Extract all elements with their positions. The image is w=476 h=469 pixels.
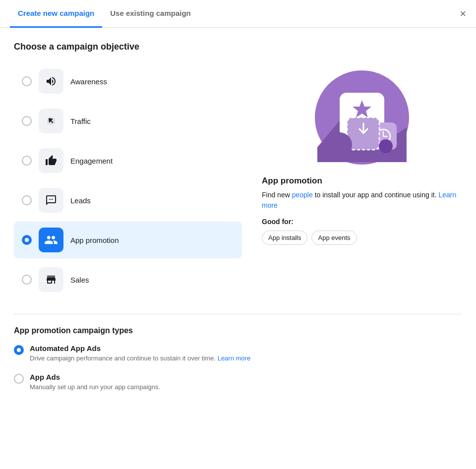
automated-app-ads-desc: Drive campaign performance and continue …	[30, 354, 250, 363]
preview-desc-after: to install your app and continue using i…	[313, 191, 437, 199]
section-title: Choose a campaign objective	[14, 42, 462, 52]
svg-point-12	[379, 139, 393, 153]
leads-icon	[45, 194, 57, 206]
app-promotion-icon-box	[39, 228, 63, 252]
engagement-icon-box	[39, 148, 63, 173]
app-ads-info: App Ads Manually set up and run your app…	[30, 373, 160, 392]
automated-learn-more-link[interactable]: Learn more	[218, 354, 250, 362]
traffic-label: Traffic	[70, 117, 91, 125]
svg-point-1	[51, 199, 52, 200]
radio-traffic[interactable]	[22, 116, 32, 126]
automated-app-ads-info: Automated App Ads Drive campaign perform…	[30, 344, 250, 363]
automated-app-ads-name: Automated App Ads	[30, 344, 250, 352]
campaign-types-section: App promotion campaign types Automated A…	[14, 314, 462, 392]
radio-app-ads[interactable]	[14, 374, 24, 384]
sales-icon	[45, 274, 57, 286]
engagement-label: Engagement	[70, 157, 113, 165]
tags-container: App installs App events	[262, 231, 357, 245]
app-promotion-icon	[44, 233, 58, 247]
radio-sales[interactable]	[22, 275, 32, 285]
sales-icon-box	[39, 267, 63, 292]
radio-app-promotion[interactable]	[22, 235, 32, 245]
radio-automated-app-ads[interactable]	[14, 345, 24, 355]
preview-title: App promotion	[262, 176, 322, 186]
main-layout: Awareness Traffic	[14, 63, 462, 298]
tag-app-installs: App installs	[262, 231, 307, 245]
tab-use-existing[interactable]: Use existing campaign	[102, 0, 199, 28]
close-button[interactable]: ×	[460, 8, 466, 19]
objective-awareness[interactable]: Awareness	[14, 63, 242, 100]
engagement-icon	[45, 155, 57, 167]
radio-awareness[interactable]	[22, 76, 32, 86]
preview-desc-before: Find new	[262, 191, 292, 199]
main-content: Choose a campaign objective Awareness	[0, 28, 476, 415]
preview-panel: App promotion Find new people to install…	[262, 63, 462, 298]
objectives-list: Awareness Traffic	[14, 63, 242, 298]
svg-point-2	[52, 199, 53, 200]
campaign-types-title: App promotion campaign types	[14, 326, 462, 335]
objective-sales[interactable]: Sales	[14, 261, 242, 298]
svg-rect-11	[327, 132, 352, 157]
objective-leads[interactable]: Leads	[14, 182, 242, 219]
radio-leads[interactable]	[22, 195, 32, 205]
awareness-icon-box	[39, 69, 63, 94]
radio-engagement[interactable]	[22, 156, 32, 166]
objective-app-promotion[interactable]: App promotion	[14, 222, 242, 258]
svg-point-0	[49, 199, 50, 200]
awareness-label: Awareness	[70, 77, 107, 86]
app-ads-desc: Manually set up and run your app campaig…	[30, 383, 160, 392]
awareness-icon	[45, 75, 57, 87]
traffic-icon-box	[39, 109, 63, 133]
app-promotion-illustration	[312, 68, 412, 167]
objective-traffic[interactable]: Traffic	[14, 103, 242, 139]
tag-app-events: App events	[311, 231, 357, 245]
leads-label: Leads	[70, 196, 91, 205]
sales-label: Sales	[70, 276, 89, 284]
tabs-header: Create new campaign Use existing campaig…	[0, 0, 476, 28]
app-promotion-label: App promotion	[70, 236, 119, 244]
preview-people-link[interactable]: people	[292, 191, 313, 199]
type-app-ads[interactable]: App Ads Manually set up and run your app…	[14, 373, 462, 392]
app-ads-name: App Ads	[30, 373, 160, 381]
traffic-icon	[45, 115, 57, 127]
good-for-label: Good for:	[262, 218, 294, 226]
objective-engagement[interactable]: Engagement	[14, 142, 242, 179]
tab-create-new[interactable]: Create new campaign	[10, 0, 102, 28]
leads-icon-box	[39, 188, 63, 213]
preview-description: Find new people to install your app and …	[262, 190, 462, 211]
type-automated-app-ads[interactable]: Automated App Ads Drive campaign perform…	[14, 344, 462, 363]
